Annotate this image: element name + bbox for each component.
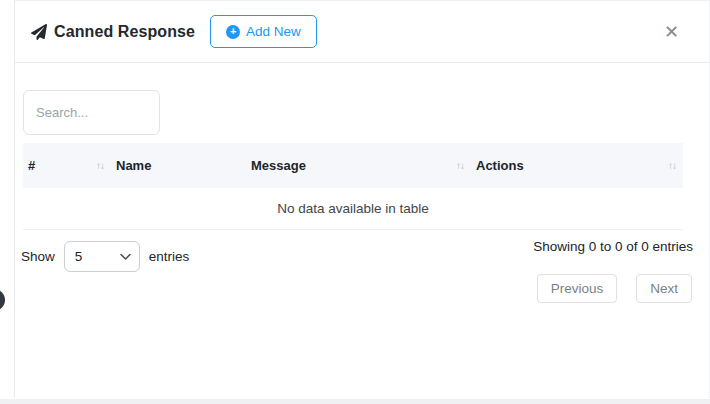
sort-icon: ↑↓ <box>96 160 104 171</box>
pagination-info: Showing 0 to 0 of 0 entries <box>533 239 693 254</box>
show-label: Show <box>21 249 55 264</box>
page-length-control: Show 5 entries <box>21 241 189 272</box>
sort-icon: ↑↓ <box>456 160 464 171</box>
pagination-buttons: Previous Next <box>537 274 692 303</box>
plus-circle-icon: + <box>226 25 240 39</box>
close-button[interactable]: ✕ <box>662 21 681 43</box>
empty-row: No data available in table <box>23 188 683 229</box>
close-icon: ✕ <box>664 22 679 42</box>
column-header-name: Name <box>111 143 246 188</box>
page-bottom-strip <box>0 399 710 404</box>
screen: Canned Response + Add New ✕ # <box>0 0 710 404</box>
previous-button[interactable]: Previous <box>537 274 618 303</box>
next-button[interactable]: Next <box>636 274 692 303</box>
sort-icon: ↑↓ <box>668 160 676 171</box>
modal-header: Canned Response + Add New ✕ <box>15 1 709 63</box>
entries-select-wrap: 5 <box>64 241 140 272</box>
empty-message: No data available in table <box>23 188 683 229</box>
entries-label: entries <box>149 249 190 264</box>
column-header-actions[interactable]: Actions ↑↓ <box>471 143 683 188</box>
column-header-number[interactable]: # ↑↓ <box>23 143 111 188</box>
search-input[interactable] <box>23 90 160 135</box>
canned-response-table: # ↑↓ Name Message ↑↓ Actions ↑↓ <box>23 143 683 230</box>
column-header-message[interactable]: Message ↑↓ <box>246 143 471 188</box>
canned-response-modal: Canned Response + Add New ✕ # <box>14 0 710 398</box>
modal-title: Canned Response <box>54 23 195 41</box>
paper-plane-icon <box>31 24 47 40</box>
add-new-label: Add New <box>246 24 301 39</box>
table-header-row: # ↑↓ Name Message ↑↓ Actions ↑↓ <box>23 143 683 188</box>
edge-toggle-knob[interactable] <box>0 289 5 311</box>
add-new-button[interactable]: + Add New <box>210 15 317 48</box>
entries-select[interactable]: 5 <box>64 241 140 272</box>
